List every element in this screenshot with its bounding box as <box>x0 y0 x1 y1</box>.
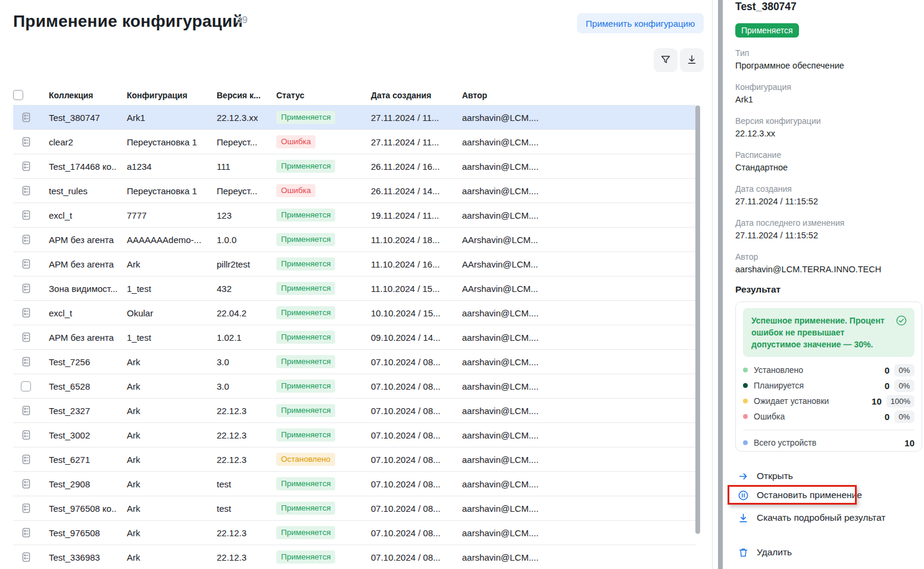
cell-author: aarshavin@LCM.... <box>452 357 542 367</box>
cell-version: 3.0 <box>207 381 267 391</box>
cell-created-date: 09.10.2024 / 14... <box>361 332 452 343</box>
cell-collection: Зона видимост... <box>39 284 117 294</box>
panel-field: Авторaarshavin@LCM.TERRA.INNO.TECH <box>735 252 917 275</box>
export-button[interactable] <box>680 48 704 72</box>
table-row[interactable]: АРМ без агентаAAAAAAAdemo-...1.0.0Примен… <box>13 228 695 252</box>
column-header[interactable]: Автор <box>452 85 542 105</box>
table-row[interactable]: Test_976508Ark22.12.3Применяется07.10.20… <box>13 521 695 545</box>
collection-icon <box>21 478 32 489</box>
table-row[interactable]: АРМ без агентаArkpillr2testПрименяется11… <box>13 252 695 276</box>
cell-author: aarshavin@LCM.... <box>452 210 542 220</box>
cell-collection: АРМ без агента <box>39 235 117 245</box>
action-trash[interactable]: Удалить <box>738 546 916 559</box>
panel-field: Дата создания27.11.2024 / 11:15:52 <box>735 184 917 207</box>
column-header[interactable]: Коллекция <box>39 85 117 105</box>
cell-created-date: 07.10.2024 / 08... <box>361 357 452 367</box>
cell-collection: Test_976508 ко... <box>39 503 117 514</box>
cell-version: 22.12.3 <box>207 430 267 440</box>
cell-version: 22.12.3.xx <box>207 113 267 123</box>
stat-dot-icon <box>743 368 748 372</box>
action-arrow-right[interactable]: Открыть <box>738 469 916 483</box>
status-badge: Применяется <box>276 331 335 344</box>
column-header[interactable]: Дата создания <box>361 85 452 105</box>
status-badge: Применяется <box>276 477 335 490</box>
table-row[interactable]: Test_6528Ark3.0Применяется07.10.2024 / 0… <box>13 374 695 399</box>
cell-version: test <box>207 479 267 489</box>
field-label: Расписание <box>735 150 917 160</box>
field-label: Дата последнего изменения <box>735 218 917 228</box>
column-header[interactable]: Конфигурация <box>117 85 207 105</box>
table-row[interactable]: Test_2908ArktestПрименяется07.10.2024 / … <box>13 472 695 496</box>
row-checkbox[interactable] <box>21 381 31 391</box>
column-header[interactable]: Статус <box>267 85 361 105</box>
field-value: Программное обеспечение <box>735 60 917 71</box>
table-row[interactable]: Test_7256Ark3.0Применяется07.10.2024 / 0… <box>13 350 695 374</box>
cell-author: aarshavin@LCM.... <box>452 186 542 196</box>
stat-dot-icon <box>743 383 748 388</box>
action-pause-circle[interactable]: Остановить применение <box>738 489 916 502</box>
action-label: Открыть <box>757 471 793 481</box>
table-row[interactable]: Test_2327Ark22.12.3Применяется07.10.2024… <box>13 399 695 423</box>
table-row[interactable]: Test_976508 ко...ArktestПрименяется07.10… <box>13 496 695 521</box>
cell-version: 123 <box>207 210 267 220</box>
table-row[interactable]: clear2Переустановка 1Переуст...Ошибка27.… <box>13 130 695 154</box>
cell-author: aarshavin@LCM.... <box>452 528 542 538</box>
cell-configuration: Ark <box>117 552 207 562</box>
select-all-checkbox[interactable] <box>13 90 23 100</box>
cell-created-date: 07.10.2024 / 08... <box>361 552 452 562</box>
cell-version: 3.0 <box>207 357 267 367</box>
collection-icon <box>21 185 32 196</box>
cell-collection: Test_976508 <box>39 528 117 538</box>
table-scrollbar[interactable] <box>695 105 700 534</box>
cell-created-date: 07.10.2024 / 08... <box>361 479 452 489</box>
status-badge: Применяется <box>276 380 335 393</box>
panel-actions: ОткрытьОстановить применениеСкачать подр… <box>738 469 916 559</box>
cell-created-date: 26.11.2024 / 14... <box>361 186 452 196</box>
cell-configuration: Ark <box>117 381 207 391</box>
cell-version: 22.12.3 <box>207 528 267 538</box>
status-badge: Применяется <box>276 355 335 368</box>
status-badge: Применяется <box>276 282 335 295</box>
cell-created-date: 11.10.2024 / 15... <box>361 284 452 294</box>
field-value: 22.12.3.xx <box>735 128 917 139</box>
column-header[interactable]: Версия к... <box>207 85 267 105</box>
cell-version: Переуст... <box>207 186 267 196</box>
table-row[interactable]: test_rulesПереустановка 1Переуст...Ошибк… <box>13 179 695 203</box>
table-header: КоллекцияКонфигурацияВерсия к...СтатусДа… <box>13 85 695 105</box>
cell-author: aarshavin@LCM.... <box>452 137 542 147</box>
table-row[interactable]: АРМ без агента1_test1.02.1Применяется09.… <box>13 325 695 350</box>
stat-dot-icon <box>743 399 748 403</box>
table-row[interactable]: Test_3002Ark22.12.3Применяется07.10.2024… <box>13 423 695 447</box>
action-label: Скачать подробный результат <box>757 512 885 523</box>
panel-title: Test_380747 <box>735 1 917 13</box>
cell-author: AArshavin@LCM... <box>452 259 542 269</box>
cell-author: aarshavin@LCM.... <box>452 455 542 465</box>
table-row[interactable]: excl_t7777123Применяется19.11.2024 / 11.… <box>13 203 695 228</box>
field-value: Ark1 <box>735 94 917 105</box>
status-badge: Применяется <box>276 233 335 246</box>
cell-configuration: AAAAAAAdemo-... <box>117 235 207 245</box>
total-value: 10 <box>904 438 914 448</box>
collection-icon <box>21 405 32 416</box>
cell-version: 22.12.3 <box>207 406 267 416</box>
cell-created-date: 07.10.2024 / 08... <box>361 503 452 514</box>
cell-version: 22.04.2 <box>207 308 267 318</box>
status-badge: Ошибка <box>276 135 316 148</box>
field-value: Стандартное <box>735 162 917 173</box>
table-row[interactable]: Зона видимост...1_test432Применяется11.1… <box>13 276 695 301</box>
table-row[interactable]: Test_380747Ark122.12.3.xxПрименяется27.1… <box>13 105 695 130</box>
table-row[interactable]: Test_6271Ark22.12.3Остановлено07.10.2024… <box>13 447 695 472</box>
cell-configuration: Ark <box>117 455 207 465</box>
table-row[interactable]: Test_336983Ark22.12.3Применяется07.10.20… <box>13 545 695 569</box>
apply-configuration-button[interactable]: Применить конфигурацию <box>577 13 704 33</box>
collection-icon <box>21 259 32 269</box>
collection-icon <box>21 527 32 538</box>
table-row[interactable]: excl_tOkular22.04.2Применяется10.10.2024… <box>13 301 695 325</box>
table-row[interactable]: Test_174468 ко...a1234111Применяется26.1… <box>13 154 695 179</box>
panel-scrollbar[interactable] <box>718 0 723 569</box>
stat-dot-icon <box>743 414 748 419</box>
panel-field: РасписаниеСтандартное <box>735 150 917 173</box>
action-download[interactable]: Скачать подробный результат <box>738 511 916 524</box>
filter-button[interactable] <box>654 48 678 72</box>
pause-circle-icon <box>738 490 749 501</box>
